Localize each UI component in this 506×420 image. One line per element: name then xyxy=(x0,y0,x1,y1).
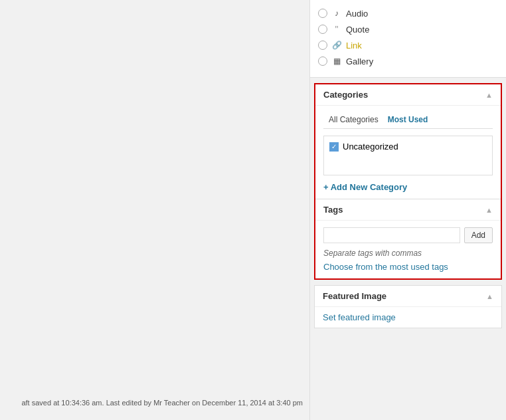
categories-collapse-arrow[interactable]: ▲ xyxy=(485,91,493,99)
draft-saved-text: aft saved at 10:34:36 am. Last edited by… xyxy=(0,392,309,414)
tags-input[interactable] xyxy=(323,227,460,243)
tags-header: Tags ▲ xyxy=(315,199,501,221)
categories-box: Categories ▲ All Categories Most Used Un… xyxy=(315,84,501,199)
left-panel: aft saved at 10:34:36 am. Last edited by… xyxy=(0,0,310,420)
checkbox-uncategorized[interactable] xyxy=(329,142,339,152)
category-list: Uncategorized xyxy=(323,136,493,175)
format-link[interactable]: 🔗 Link xyxy=(318,37,498,53)
format-gallery[interactable]: ▦ Gallery xyxy=(318,53,498,69)
featured-image-box: Featured Image ▲ Set featured image xyxy=(314,285,502,328)
categories-header: Categories ▲ xyxy=(315,84,501,106)
highlighted-section: Categories ▲ All Categories Most Used Un… xyxy=(314,83,502,280)
radio-link[interactable] xyxy=(318,41,327,50)
categories-content: All Categories Most Used Uncategorized +… xyxy=(315,106,501,199)
gallery-label: Gallery xyxy=(346,56,373,66)
category-tabs: All Categories Most Used xyxy=(323,112,493,129)
audio-label: Audio xyxy=(346,9,368,19)
radio-quote[interactable] xyxy=(318,25,327,34)
format-quote[interactable]: " Quote xyxy=(318,21,498,37)
add-new-category-link[interactable]: + Add New Category xyxy=(323,182,407,192)
featured-image-title: Featured Image xyxy=(323,291,386,301)
category-uncategorized-label: Uncategorized xyxy=(343,142,398,152)
categories-title: Categories xyxy=(323,90,368,100)
choose-tags-link[interactable]: Choose from the most used tags xyxy=(323,262,448,272)
tags-box: Tags ▲ Add Separate tags with commas Cho… xyxy=(315,199,501,278)
audio-icon: ♪ xyxy=(331,8,342,19)
draft-text: aft saved at 10:34:36 am. Last edited by… xyxy=(21,399,303,407)
quote-icon: " xyxy=(331,24,342,35)
link-icon: 🔗 xyxy=(331,40,342,51)
category-item-uncategorized: Uncategorized xyxy=(329,140,487,153)
radio-audio[interactable] xyxy=(318,9,327,18)
tab-all-categories[interactable]: All Categories xyxy=(323,112,384,128)
set-featured-image-link[interactable]: Set featured image xyxy=(323,312,396,322)
featured-image-collapse-arrow[interactable]: ▲ xyxy=(486,292,493,300)
format-section: ♪ Audio " Quote 🔗 Link ▦ Gallery xyxy=(310,0,506,78)
featured-image-content: Set featured image xyxy=(315,307,501,328)
right-panel: ♪ Audio " Quote 🔗 Link ▦ Gallery xyxy=(310,0,506,420)
gallery-icon: ▦ xyxy=(331,56,342,66)
link-label: Link xyxy=(346,41,362,51)
tags-input-row: Add xyxy=(323,227,493,243)
format-audio[interactable]: ♪ Audio xyxy=(318,5,498,21)
quote-label: Quote xyxy=(346,25,369,35)
tab-most-used[interactable]: Most Used xyxy=(384,112,434,128)
add-tag-button[interactable]: Add xyxy=(464,227,493,243)
tags-hint: Separate tags with commas xyxy=(323,249,493,258)
tags-content: Add Separate tags with commas Choose fro… xyxy=(315,221,501,278)
tags-collapse-arrow[interactable]: ▲ xyxy=(485,206,493,214)
radio-gallery[interactable] xyxy=(318,56,327,66)
featured-image-header: Featured Image ▲ xyxy=(315,286,501,307)
tags-title: Tags xyxy=(323,205,343,215)
